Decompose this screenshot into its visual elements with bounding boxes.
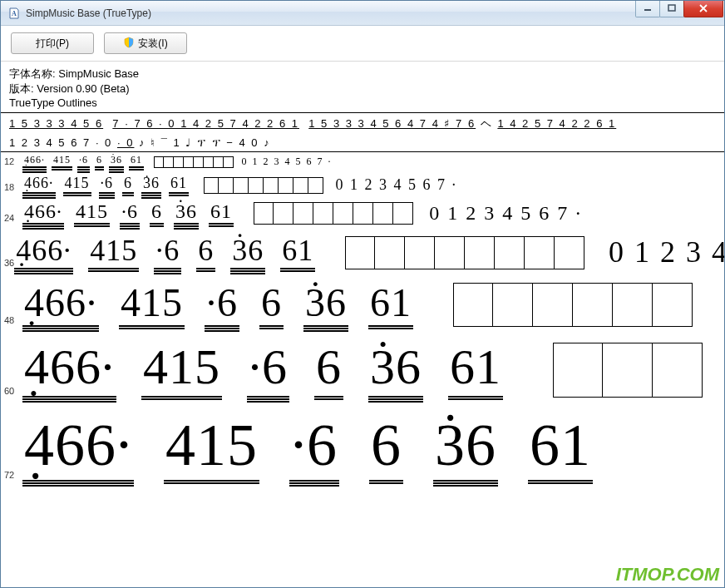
- size-content: 466·415·6636610 1 2 3 4 5 6 7 ·: [22, 175, 457, 194]
- install-button[interactable]: 安装(I): [104, 32, 187, 54]
- toolbar: 打印(P) 安装(I): [1, 26, 724, 62]
- svg-rect-2: [668, 5, 675, 11]
- size-label: 18: [1, 182, 22, 194]
- font-info: 字体名称: SimpMusic Base 版本: Version 0.90 (B…: [1, 62, 724, 112]
- font-outlines-row: TrueType Outlines: [9, 96, 716, 111]
- font-file-icon: A: [7, 7, 21, 20]
- size-label: 60: [1, 386, 22, 398]
- shield-icon: [123, 37, 135, 51]
- tail-digits: 0 1 2 3 4 5 6: [609, 235, 724, 269]
- tail-digits: 0 1 2 3 4 5 6 7 ·: [242, 156, 333, 168]
- size-row-36: 36466·415·6636610 1 2 3 4 5 6: [1, 231, 724, 278]
- size-content: 466·415·663661: [22, 338, 703, 398]
- svg-text:A: A: [12, 10, 17, 17]
- size-row-60: 60466·415·663661: [1, 337, 724, 409]
- size-row-48: 48466·415·663661: [1, 278, 724, 337]
- missing-glyph-boxes: [345, 236, 584, 269]
- print-button-label: 打印(P): [36, 37, 69, 51]
- minimize-button[interactable]: [635, 1, 660, 17]
- sample-line-2: 1 2 3 4 5 6 7 · 0 · 0 ♪ ♮ ¯ 1 ♩ ፕ ፕ − 4 …: [1, 133, 724, 151]
- preview-area: 1 5 3 3 3 4 5 6 7 · 7 6 · 0 1 4 2 5 7 4 …: [1, 112, 724, 495]
- size-content: 466·415·663661: [22, 279, 693, 327]
- size-content: 466·415·6636610 1 2 3 4 5 6 7 ·: [22, 154, 333, 168]
- size-row-12: 12466·415·6636610 1 2 3 4 5 6 7 ·: [1, 152, 724, 173]
- titlebar[interactable]: A SimpMusic Base (TrueType): [1, 1, 724, 26]
- tail-digits: 0 1 2 3 4 5 6 7 ·: [429, 202, 582, 225]
- size-samples: 12466·415·6636610 1 2 3 4 5 6 7 ·18466·4…: [1, 151, 724, 495]
- font-name-row: 字体名称: SimpMusic Base: [9, 67, 716, 82]
- size-row-18: 18466·415·6636610 1 2 3 4 5 6 7 ·: [1, 173, 724, 199]
- missing-glyph-boxes: [553, 343, 703, 398]
- size-label: 48: [1, 315, 22, 327]
- size-label: 12: [1, 156, 22, 168]
- window-title: SimpMusic Base (TrueType): [26, 7, 636, 19]
- size-row-24: 24466·415·6636610 1 2 3 4 5 6 7 ·: [1, 199, 724, 231]
- window-controls: [636, 1, 723, 17]
- size-content: 466·415·6636610 1 2 3 4 5 6: [14, 233, 724, 269]
- size-label: 72: [1, 470, 22, 482]
- svg-rect-1: [644, 9, 651, 11]
- font-version-row: 版本: Version 0.90 (Beta): [9, 82, 716, 96]
- install-button-label: 安装(I): [138, 37, 167, 51]
- size-content: 466·415·6636610 1 2 3 4 5 6 7 ·: [22, 200, 582, 225]
- missing-glyph-boxes: [453, 283, 693, 327]
- font-viewer-window: A SimpMusic Base (TrueType) 打印(P) 安装(I): [0, 0, 725, 588]
- size-label: 36: [1, 258, 14, 269]
- close-button[interactable]: [683, 1, 723, 17]
- watermark: ITMOP.COM: [616, 564, 719, 586]
- maximize-button[interactable]: [659, 1, 684, 17]
- missing-glyph-boxes: [254, 202, 413, 224]
- missing-glyph-boxes: [154, 156, 234, 167]
- sample-line-1: 1 5 3 3 3 4 5 6 7 · 7 6 · 0 1 4 2 5 7 4 …: [1, 112, 724, 133]
- size-label: 24: [1, 213, 22, 225]
- size-row-72: 72466·415·663661: [1, 409, 724, 495]
- tail-digits: 0 1 2 3 4 5 6 7 ·: [335, 176, 457, 194]
- size-content: 466·415·663661: [22, 411, 623, 482]
- missing-glyph-boxes: [204, 177, 323, 194]
- print-button[interactable]: 打印(P): [11, 32, 94, 54]
